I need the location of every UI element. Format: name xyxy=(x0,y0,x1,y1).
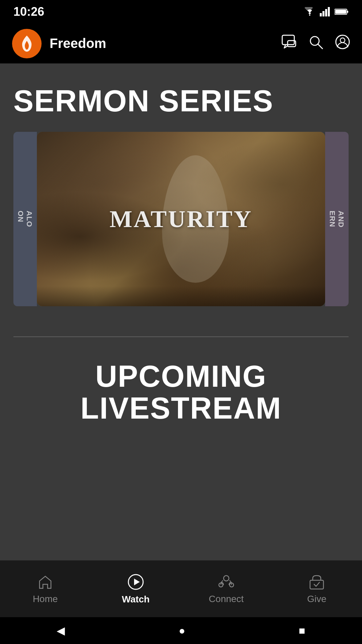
home-button[interactable]: ● xyxy=(179,625,185,637)
sermon-series-section: SERMON SERIES ALOON MATURITY AND xyxy=(0,64,362,320)
svg-point-11 xyxy=(336,35,349,49)
svg-marker-14 xyxy=(134,579,140,585)
svg-rect-6 xyxy=(335,10,346,14)
series-card-background: MATURITY xyxy=(37,132,325,306)
upcoming-title: UPCOMING LIVESTREAM xyxy=(13,361,349,424)
home-icon xyxy=(37,574,54,590)
status-bar: 10:26 xyxy=(0,0,362,23)
connect-tab-label: Connect xyxy=(209,594,244,604)
battery-icon xyxy=(335,8,349,15)
svg-rect-2 xyxy=(325,9,327,16)
series-card-maturity[interactable]: MATURITY xyxy=(37,132,325,306)
back-button[interactable]: ◀ xyxy=(57,624,65,637)
svg-rect-0 xyxy=(320,13,322,16)
svg-rect-7 xyxy=(282,35,294,45)
section-divider xyxy=(13,336,349,337)
watch-icon xyxy=(127,573,144,591)
give-tab-label: Give xyxy=(307,594,326,604)
tab-connect[interactable]: Connect xyxy=(181,574,272,604)
chat-icon[interactable] xyxy=(282,35,296,52)
flame-icon xyxy=(19,34,34,53)
search-icon[interactable] xyxy=(308,35,323,52)
svg-point-15 xyxy=(224,576,229,581)
sermon-series-title: SERMON SERIES xyxy=(13,84,349,118)
signal-icon xyxy=(320,7,330,16)
status-icons xyxy=(304,7,349,16)
home-tab-label: Home xyxy=(33,594,58,604)
header-right xyxy=(282,35,350,52)
svg-rect-18 xyxy=(310,580,323,589)
wifi-icon xyxy=(304,7,316,16)
connect-icon xyxy=(218,574,235,590)
upcoming-section: UPCOMING LIVESTREAM xyxy=(0,354,362,437)
series-carousel[interactable]: ALOON MATURITY ANDERN xyxy=(13,132,349,306)
tab-bar: Home Watch Connect Give xyxy=(0,560,362,617)
svg-point-12 xyxy=(340,38,345,43)
status-time: 10:26 xyxy=(13,5,44,19)
android-nav: ◀ ● ■ xyxy=(0,617,362,644)
carousel-left-peek: ALOON xyxy=(13,132,37,306)
svg-rect-1 xyxy=(322,11,324,16)
main-content: SERMON SERIES ALOON MATURITY AND xyxy=(0,64,362,560)
svg-line-10 xyxy=(318,44,322,49)
recents-button[interactable]: ■ xyxy=(299,625,305,637)
tab-watch[interactable]: Watch xyxy=(90,573,181,605)
header: Freedom xyxy=(0,23,362,64)
svg-rect-5 xyxy=(347,11,348,13)
series-name: MATURITY xyxy=(110,205,253,233)
carousel-right-peek: ANDERN xyxy=(325,132,349,306)
app-name: Freedom xyxy=(50,36,106,51)
tab-home[interactable]: Home xyxy=(0,574,90,604)
app-logo[interactable] xyxy=(12,29,42,58)
watch-tab-label: Watch xyxy=(122,594,150,605)
give-icon xyxy=(308,574,325,590)
left-peek-text: ALOON xyxy=(17,211,34,227)
svg-rect-3 xyxy=(328,7,330,16)
profile-icon[interactable] xyxy=(335,35,350,52)
header-left: Freedom xyxy=(12,29,106,58)
right-peek-text: ANDERN xyxy=(328,211,345,228)
tab-give[interactable]: Give xyxy=(272,574,362,604)
